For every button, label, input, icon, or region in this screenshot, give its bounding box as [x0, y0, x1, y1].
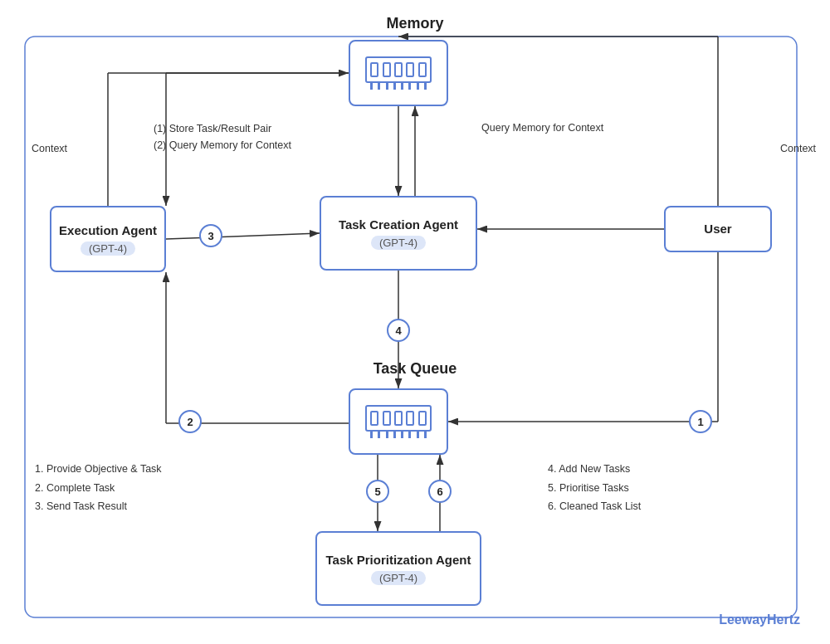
ram-chip-4 [406, 62, 414, 77]
ram-leg-7 [417, 83, 419, 90]
task-prioritization-agent-node: Task Prioritization Agent (GPT-4) [315, 531, 481, 606]
ram-leg-4 [393, 83, 396, 90]
ram-legs [365, 83, 432, 90]
badge-3: 3 [199, 224, 222, 247]
taskqueue-ram-icon [361, 400, 436, 443]
badge-6: 6 [428, 480, 452, 503]
badge-1: 1 [689, 410, 712, 433]
ram-chip-1 [370, 62, 378, 77]
diagram: Memory Task Queue [0, 0, 830, 644]
ram-leg-8 [424, 83, 427, 90]
memory-ram-icon [361, 51, 436, 95]
task-creation-agent-title: Task Creation Agent [339, 217, 458, 233]
ram-leg-2 [378, 83, 380, 90]
task-prioritization-agent-title: Task Prioritization Agent [325, 552, 471, 568]
task-creation-agent-sub: (GPT-4) [371, 236, 426, 250]
ram-leg-5 [401, 83, 403, 90]
right-list-label: 4. Add New Tasks 5. Prioritise Tasks 6. … [548, 460, 641, 516]
user-title: User [704, 221, 731, 237]
execution-agent-node: Execution Agent (GPT-4) [50, 206, 166, 272]
context-left-label: Context [32, 141, 67, 157]
ram-chip-3 [394, 62, 403, 77]
memory-node [349, 40, 448, 106]
execution-agent-title: Execution Agent [59, 222, 157, 239]
ram-leg-1 [370, 83, 373, 90]
ram-chip-2 [383, 62, 391, 77]
execution-agent-sub: (GPT-4) [81, 242, 135, 256]
user-node: User [664, 206, 772, 252]
svg-line-10 [166, 233, 320, 239]
badge-4: 4 [387, 319, 410, 342]
badge-2: 2 [178, 410, 202, 433]
memory-label: Memory [0, 15, 830, 32]
taskqueue-node [349, 388, 448, 455]
taskqueue-label: Task Queue [0, 360, 830, 378]
store-query-label: (1) Store Task/Result Pair (2) Query Mem… [154, 120, 291, 154]
query-memory-label: Query Memory for Context [481, 120, 603, 136]
ram-leg-3 [386, 83, 388, 90]
svg-rect-0 [25, 37, 797, 617]
brand-label: LeewayHertz [719, 612, 800, 627]
context-right-label: Context [780, 141, 816, 157]
task-creation-agent-node: Task Creation Agent (GPT-4) [320, 196, 477, 271]
badge-5: 5 [366, 480, 389, 503]
taskqueue-ram-legs [365, 432, 432, 438]
task-prioritization-agent-sub: (GPT-4) [371, 571, 426, 585]
ram-chip-5 [418, 62, 427, 77]
ram-leg-6 [408, 83, 411, 90]
store-query-text: (1) Store Task/Result Pair (2) Query Mem… [154, 123, 291, 151]
left-list-label: 1. Provide Objective & Task 2. Complete … [35, 460, 162, 516]
